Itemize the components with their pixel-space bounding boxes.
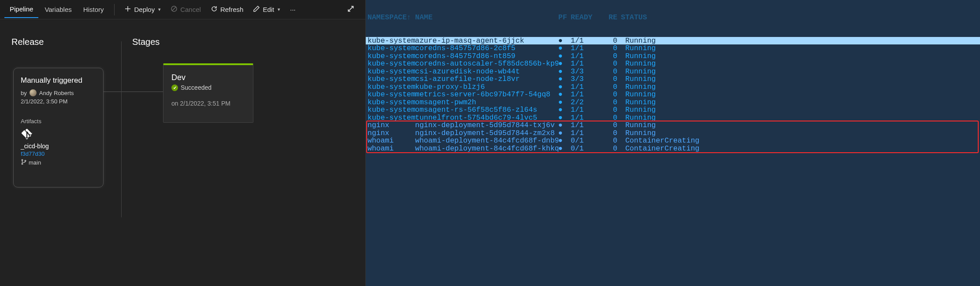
pod-row[interactable]: whoamiwhoami-deployment-84c4fcd68f-dnb9x…	[366, 137, 980, 145]
status-dot-icon	[558, 83, 571, 91]
terminal-pane[interactable]: NAMESPACE↑ NAME PF READY RESTARTS STATUS…	[366, 0, 980, 286]
stages-section-title: Stages	[132, 37, 160, 47]
fullscreen-button[interactable]	[341, 1, 361, 18]
on-prefix: on	[171, 100, 178, 107]
stage-name: Dev	[171, 73, 245, 82]
release-timestamp: 2/1/2022, 3:50 PM	[21, 98, 96, 105]
branch: main	[21, 159, 96, 166]
refresh-label: Refresh	[220, 6, 244, 13]
deploy-button[interactable]: Deploy ▾	[120, 3, 165, 16]
triggered-by: by Andy Roberts	[21, 89, 96, 96]
terminal-body: kube-systemazure-ip-masq-agent-6jjck1/10…	[366, 37, 980, 153]
pod-row[interactable]: kube-systemcsi-azuredisk-node-wb44t3/30 …	[366, 68, 980, 76]
cancel-label: Cancel	[180, 6, 201, 13]
pod-row[interactable]: kube-systemcoredns-845757d86-2c8f51/10 R…	[366, 44, 980, 52]
toolbar-divider	[114, 4, 115, 15]
chevron-down-icon: ▾	[158, 7, 161, 12]
completed-time: 2/1/2022, 3:51 PM	[180, 100, 230, 107]
release-section-title: Release	[11, 37, 44, 47]
status-dot-icon	[558, 129, 571, 137]
branch-icon	[21, 159, 27, 166]
deploy-label: Deploy	[134, 6, 155, 13]
repo-name: _cicd-blog	[21, 143, 96, 150]
status-dot-icon	[558, 121, 571, 129]
tab-history[interactable]: History	[78, 1, 109, 18]
plus-icon	[124, 5, 131, 14]
commit-link[interactable]: f3d77d30	[21, 150, 96, 157]
svg-point-2	[22, 163, 23, 165]
cancel-icon	[171, 5, 178, 14]
user-name: Andy Roberts	[39, 90, 74, 96]
pod-row[interactable]: whoamiwhoami-deployment-84c4fcd68f-khkqn…	[366, 145, 980, 153]
release-pipeline-pane: Pipeline Variables History Deploy ▾ Canc…	[0, 0, 366, 286]
more-button[interactable]: ···	[286, 3, 300, 16]
edit-label: Edit	[263, 6, 274, 13]
by-prefix: by	[21, 90, 27, 96]
stage-completed-time: on 2/1/2022, 3:51 PM	[171, 100, 245, 107]
pod-row[interactable]: nginxnginx-deployment-5d95d7844-zm2x81/1…	[366, 129, 980, 137]
svg-point-3	[25, 160, 26, 161]
release-card[interactable]: Manually triggered by Andy Roberts 2/1/2…	[13, 68, 104, 187]
artifacts-label: Artifacts	[21, 118, 96, 125]
stage-status: ✔ Succeeded	[171, 84, 245, 91]
cancel-button: Cancel	[166, 3, 205, 16]
status-dot-icon	[558, 37, 571, 45]
section-divider	[121, 41, 122, 217]
avatar	[30, 89, 37, 96]
pod-row[interactable]: kube-systemcsi-azurefile-node-zl8vr3/30 …	[366, 75, 980, 83]
chevron-down-icon: ▾	[278, 7, 280, 12]
refresh-icon	[211, 5, 218, 14]
status-dot-icon	[558, 52, 571, 60]
pod-row[interactable]: kube-systemtunnelfront-5754bd6c79-4lvc51…	[366, 114, 980, 122]
pipeline-canvas[interactable]: Release Stages Manually triggered by And…	[0, 19, 365, 286]
status-dot-icon	[558, 75, 571, 83]
pod-row[interactable]: kube-systemomsagent-rs-56f58c5f86-zl64s1…	[366, 106, 980, 114]
status-dot-icon	[558, 68, 571, 76]
pod-row[interactable]: kube-systemazure-ip-masq-agent-6jjck1/10…	[366, 37, 980, 45]
status-dot-icon	[558, 145, 571, 153]
trigger-title: Manually triggered	[21, 76, 96, 85]
pod-row[interactable]: kube-systemcoredns-autoscaler-5f85dc856b…	[366, 60, 980, 68]
pod-row[interactable]: kube-systemomsagent-pwm2h2/20 Running	[366, 99, 980, 106]
pod-row[interactable]: kube-systemkube-proxy-blzj61/10 Running	[366, 83, 980, 91]
success-icon: ✔	[171, 84, 178, 91]
terminal-header-row: NAMESPACE↑ NAME PF READY RESTARTS STATUS	[366, 14, 980, 22]
pencil-icon	[253, 5, 260, 14]
toolbar: Pipeline Variables History Deploy ▾ Canc…	[0, 0, 365, 19]
status-dot-icon	[558, 44, 571, 52]
tab-variables[interactable]: Variables	[39, 1, 77, 18]
refresh-button[interactable]: Refresh	[206, 3, 248, 16]
pod-row[interactable]: kube-systemcoredns-845757d86-nt8591/10 R…	[366, 52, 980, 60]
status-dot-icon	[558, 99, 571, 106]
status-dot-icon	[558, 137, 571, 145]
pod-row[interactable]: kube-systemmetrics-server-6bc97b47f7-54g…	[366, 91, 980, 99]
svg-point-1	[22, 159, 23, 161]
tab-pipeline[interactable]: Pipeline	[4, 1, 38, 18]
stage-card-dev[interactable]: Dev ✔ Succeeded on 2/1/2022, 3:51 PM	[163, 63, 253, 123]
git-icon	[21, 128, 96, 142]
expand-icon	[347, 7, 355, 14]
connector-line	[104, 92, 121, 92]
status-text: Succeeded	[181, 84, 212, 91]
status-dot-icon	[558, 91, 571, 99]
pod-row[interactable]: nginxnginx-deployment-5d95d7844-txj6v1/1…	[366, 121, 980, 129]
status-dot-icon	[558, 106, 571, 114]
status-dot-icon	[558, 114, 571, 122]
status-dot-icon	[558, 60, 571, 68]
more-icon: ···	[290, 6, 296, 13]
connector-line	[122, 92, 163, 92]
branch-name: main	[29, 159, 41, 166]
edit-button[interactable]: Edit ▾	[249, 3, 285, 16]
